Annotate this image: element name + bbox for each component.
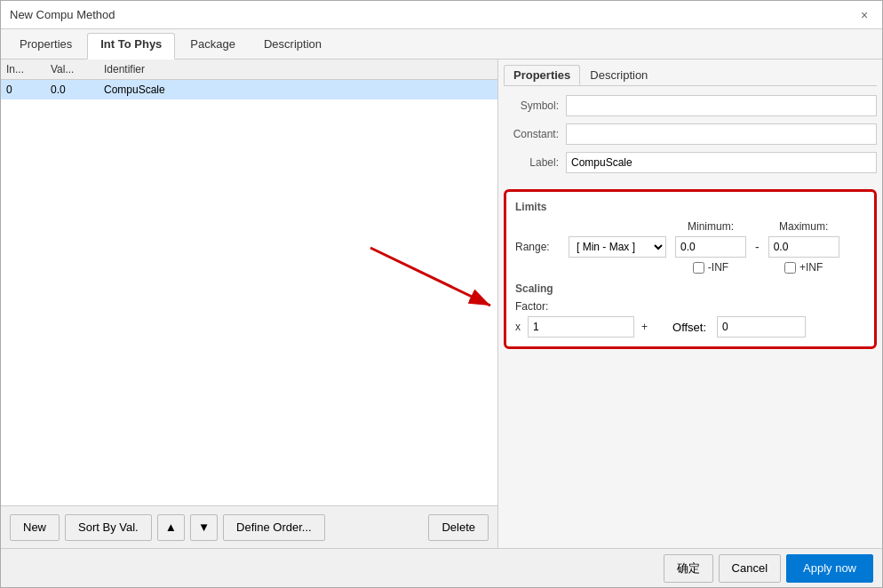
dialog: New Compu Method × Properties Int To Phy…: [0, 0, 883, 588]
sort-by-val-button[interactable]: Sort By Val.: [65, 514, 152, 541]
tab-description[interactable]: Description: [251, 33, 335, 59]
table-row[interactable]: 0 0.0 CompuScale: [1, 80, 497, 99]
confirm-button[interactable]: 确定: [664, 554, 713, 583]
up-arrow-icon: ▲: [165, 520, 177, 534]
inf-minus-checkbox[interactable]: [693, 262, 704, 274]
footer-bar: 确定 Cancel Apply now: [1, 548, 882, 587]
inf-minus-row: -INF: [693, 261, 728, 274]
range-row: Range: [ Min - Max ] Minimum:: [515, 220, 865, 274]
row-index: 0: [6, 83, 51, 96]
right-tabs: Properties Description: [504, 65, 877, 86]
constant-field: Constant:: [504, 123, 877, 145]
constant-input[interactable]: [566, 123, 877, 145]
inf-plus-checkbox[interactable]: [784, 262, 796, 274]
main-content: In... Val... Identifier 0 0.0 CompuScale…: [1, 60, 882, 548]
move-down-button[interactable]: ▼: [190, 514, 218, 541]
range-label: Range:: [515, 241, 560, 253]
offset-label: Offset:: [672, 321, 706, 334]
maximum-label: Maximum:: [779, 220, 828, 233]
factor-prefix: x: [515, 321, 521, 333]
right-panel: Properties Description Symbol: Constant:…: [498, 60, 882, 548]
limits-label: Limits: [515, 201, 865, 213]
factor-input[interactable]: [528, 316, 634, 338]
label-field: Label:: [504, 152, 877, 173]
minimum-input[interactable]: [675, 236, 746, 258]
symbol-field: Symbol:: [504, 95, 877, 116]
down-arrow-icon: ▼: [198, 520, 210, 534]
minimum-col: Minimum: -INF: [675, 220, 746, 274]
new-button[interactable]: New: [10, 514, 60, 541]
dash-separator: -: [755, 240, 760, 254]
col-identifier: Identifier: [104, 63, 492, 75]
maximum-col: Maximum: +INF: [768, 220, 839, 274]
offset-input[interactable]: [717, 316, 806, 338]
move-up-button[interactable]: ▲: [157, 514, 185, 541]
label-input[interactable]: [566, 152, 877, 173]
inf-plus-label: +INF: [799, 261, 823, 274]
offset-prefix: +: [641, 321, 648, 333]
left-panel: In... Val... Identifier 0 0.0 CompuScale…: [1, 60, 498, 548]
table-body: 0 0.0 CompuScale: [1, 80, 497, 505]
tab-properties[interactable]: Properties: [6, 33, 85, 59]
inf-plus-row: +INF: [784, 261, 823, 274]
range-select[interactable]: [ Min - Max ]: [569, 236, 666, 258]
scaling-section: Scaling Factor: x + Offset:: [515, 282, 865, 338]
symbol-input[interactable]: [566, 95, 877, 116]
maximum-input[interactable]: [768, 236, 839, 258]
limits-section: Limits Range: [ Min - Max ] Minimum:: [504, 189, 877, 349]
inf-minus-label: -INF: [708, 261, 728, 274]
tab-int-to-phys[interactable]: Int To Phys: [87, 33, 175, 60]
constant-label: Constant:: [504, 128, 566, 140]
factor-row: Factor:: [515, 300, 865, 313]
dialog-title: New Compu Method: [10, 8, 115, 21]
col-index: In...: [6, 63, 51, 75]
table-header: In... Val... Identifier: [1, 60, 497, 80]
cancel-button[interactable]: Cancel: [719, 554, 781, 583]
define-order-button[interactable]: Define Order...: [223, 514, 325, 541]
row-identifier: CompuScale: [104, 83, 492, 96]
close-button[interactable]: ×: [855, 6, 873, 24]
bottom-bar: New Sort By Val. ▲ ▼ Define Order... Del…: [1, 505, 497, 548]
symbol-label: Symbol:: [504, 99, 566, 112]
tab-package[interactable]: Package: [177, 33, 249, 59]
row-value: 0.0: [51, 83, 104, 96]
main-tabs: Properties Int To Phys Package Descripti…: [1, 29, 882, 60]
factor-input-row: x + Offset:: [515, 316, 865, 338]
delete-button[interactable]: Delete: [428, 514, 489, 541]
right-tab-description[interactable]: Description: [580, 65, 657, 85]
col-value: Val...: [51, 63, 104, 75]
right-tab-properties[interactable]: Properties: [504, 65, 580, 85]
factor-label: Factor:: [515, 300, 564, 313]
minimum-label: Minimum:: [688, 220, 734, 233]
label-label: Label:: [504, 156, 566, 169]
apply-now-button[interactable]: Apply now: [786, 554, 873, 583]
scaling-label: Scaling: [515, 282, 865, 295]
title-bar: New Compu Method ×: [1, 1, 882, 29]
